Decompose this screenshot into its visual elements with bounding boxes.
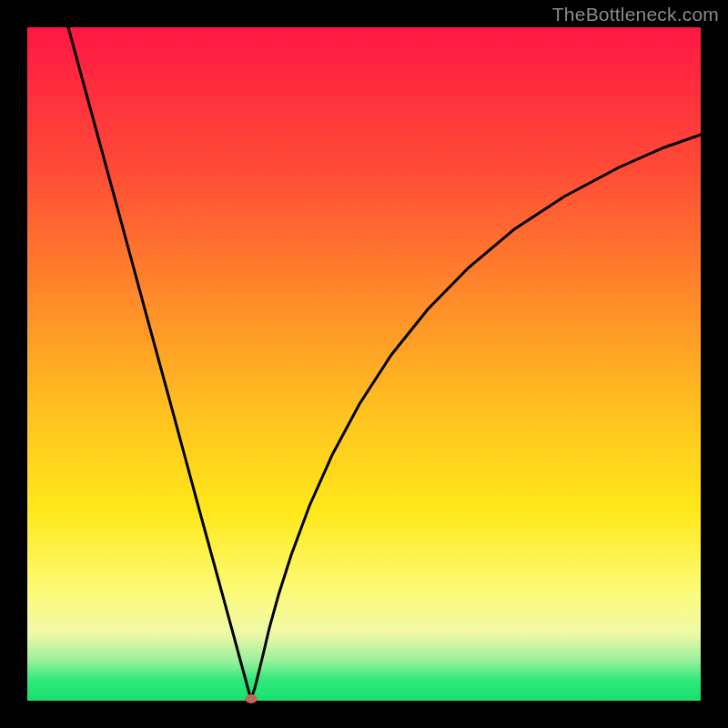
- chart-frame: TheBottleneck.com: [0, 0, 728, 728]
- watermark-text: TheBottleneck.com: [552, 4, 719, 25]
- optimal-point-marker: [246, 694, 258, 703]
- curve-path: [68, 27, 701, 699]
- bottleneck-curve: [27, 27, 701, 701]
